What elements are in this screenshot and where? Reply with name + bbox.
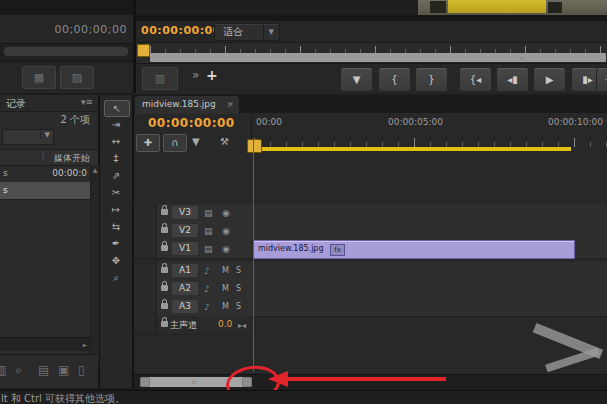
track-name-v3[interactable]: V3 <box>172 206 198 219</box>
program-horizontal-scrollbar[interactable]: ıı <box>150 53 606 62</box>
extract-button[interactable]: ▨ <box>60 66 94 89</box>
speaker-icon[interactable]: ♪ <box>204 283 210 295</box>
step-back-button[interactable]: ◂▮ <box>496 67 529 92</box>
eye-icon[interactable]: ◉ <box>222 243 230 255</box>
scroll-up-arrow[interactable]: ▲ <box>91 166 99 173</box>
filter-dropdown[interactable]: ▼ <box>2 129 54 145</box>
mute-button[interactable]: M <box>222 284 229 293</box>
premiere-app-window: 00;00;00;00 ▦▨ 00:00:00:00 适合 ▼ ıı ▥ » <box>0 0 607 404</box>
track-lane-a2[interactable] <box>251 280 607 299</box>
tools-panel: ↖⇥↔‡⇗✂↦⇆✒✥⌕ <box>100 95 134 388</box>
project-item-list: s00:00:0s <box>0 165 90 205</box>
list-item[interactable]: s00:00:0 <box>0 165 90 183</box>
track-indicator-cell[interactable] <box>134 240 157 258</box>
mute-button[interactable]: M <box>222 266 229 275</box>
new-item-icon[interactable]: ▣ <box>58 363 69 377</box>
program-transport-bar: ▥ » + ▼{}{◂◂▮▶▮▸→} <box>136 63 607 94</box>
lock-icon[interactable] <box>161 285 168 291</box>
source-monitor-panel: 00;00;00;00 ▦▨ <box>0 0 133 93</box>
zoom-level-select[interactable]: 适合 ▼ <box>214 23 280 41</box>
scrollbar-grip: ıı <box>192 379 200 384</box>
panel-menu-icon[interactable]: ▾≡ <box>81 97 93 107</box>
speaker-icon[interactable]: ♪ <box>204 265 210 277</box>
track-header-v2: V2▤◉ <box>134 222 251 241</box>
lock-icon[interactable] <box>161 209 168 215</box>
hand-tool[interactable]: ✥ <box>104 253 128 269</box>
ripple-edit-tool[interactable]: ↔ <box>104 134 128 150</box>
track-indicator-cell[interactable] <box>134 204 157 222</box>
scrollbar-grip[interactable]: ıı <box>520 55 528 60</box>
solo-button[interactable]: S <box>236 266 241 275</box>
pen-tool[interactable]: ✒ <box>104 236 128 252</box>
track-lane-v3[interactable] <box>251 204 607 223</box>
column-header-media-start[interactable]: 媒体开始 <box>54 152 90 165</box>
column-header-row[interactable]: │ 媒体开始 <box>0 149 98 166</box>
project-vertical-scrollbar[interactable]: ▲ ▼ <box>90 165 99 365</box>
add-marker-button[interactable]: ▼ <box>340 67 373 92</box>
track-name-v2[interactable]: V2 <box>172 224 198 237</box>
lock-icon[interactable] <box>161 245 168 251</box>
go-to-in-button[interactable]: {◂ <box>459 67 492 92</box>
mark-in-button[interactable]: { <box>378 67 411 92</box>
list-item[interactable]: s <box>0 182 90 200</box>
source-video-area <box>0 0 133 15</box>
lock-icon[interactable] <box>161 321 168 327</box>
track-name-a1[interactable]: A1 <box>172 264 198 277</box>
track-lane-v2[interactable] <box>251 222 607 241</box>
track-name-a3[interactable]: A3 <box>172 300 198 313</box>
track-name-v1[interactable]: V1 <box>172 242 198 255</box>
slide-tool[interactable]: ⇆ <box>104 219 128 235</box>
razor-tool[interactable]: ✂ <box>104 185 128 201</box>
zoom-tool[interactable]: ⌕ <box>104 270 128 286</box>
lock-icon[interactable] <box>161 267 168 273</box>
track-select-tool[interactable]: ⇥ <box>104 117 128 133</box>
mute-button[interactable]: M <box>222 302 229 311</box>
project-horizontal-scrollbar[interactable]: ► <box>0 337 90 351</box>
track-lane-a1[interactable] <box>251 262 607 281</box>
solo-button[interactable]: S <box>236 302 241 311</box>
zoom-handle-left[interactable] <box>140 377 150 387</box>
timeline-playhead-marker[interactable] <box>247 139 262 153</box>
track-indicator-cell[interactable] <box>134 222 157 240</box>
status-hint-text: lt 和 Ctrl 可获得其他选项。 <box>1 392 125 404</box>
track-indicator-cell[interactable] <box>134 262 157 280</box>
rolling-edit-tool[interactable]: ‡ <box>104 151 128 167</box>
speaker-icon[interactable]: ♪ <box>204 301 210 313</box>
fx-badge[interactable]: fx <box>330 244 345 256</box>
program-timecode: 00:00:00:00 <box>141 24 221 37</box>
master-volume-value[interactable]: 0.0 <box>218 319 232 329</box>
find-icon[interactable]: ⌕ <box>15 363 22 377</box>
mark-out-button[interactable]: } <box>415 67 448 92</box>
track-header-a3: A3♪MS <box>134 298 251 317</box>
lift-button[interactable]: ▦ <box>22 66 56 89</box>
column-divider[interactable]: │ <box>41 151 46 161</box>
filmstrip-icon[interactable]: ▤ <box>204 243 213 255</box>
track-indicator-cell[interactable] <box>134 316 157 334</box>
trash-icon[interactable]: ▯ <box>78 363 85 377</box>
clip-icon[interactable]: ▥ <box>0 363 6 377</box>
scroll-right-arrow[interactable]: ► <box>81 341 89 348</box>
solo-button[interactable]: S <box>236 284 241 293</box>
track-indicator-cell[interactable] <box>134 280 157 298</box>
eye-icon[interactable]: ◉ <box>222 225 230 237</box>
source-zoom-scrollbar[interactable] <box>0 43 133 62</box>
track-name-a2[interactable]: A2 <box>172 282 198 295</box>
timeline-clip[interactable]: midview.185.jpg fx <box>253 240 575 259</box>
play-button[interactable]: ▶ <box>533 67 566 92</box>
lock-icon[interactable] <box>161 303 168 309</box>
filmstrip-icon[interactable]: ▤ <box>204 207 213 219</box>
track-indicator-cell[interactable] <box>134 298 157 316</box>
selection-tool[interactable]: ↖ <box>104 100 130 117</box>
go-to-out-button[interactable]: →} <box>596 67 607 92</box>
source-zoom-scrollbar-thumb[interactable] <box>4 47 128 56</box>
program-playhead[interactable] <box>137 44 150 57</box>
eye-icon[interactable]: ◉ <box>222 207 230 219</box>
bin-folder-icon[interactable]: ▤ <box>38 363 49 377</box>
track-lane-a3[interactable] <box>251 298 607 317</box>
filmstrip-icon[interactable]: ▤ <box>204 225 213 237</box>
status-bar: lt 和 Ctrl 可获得其他选项。 <box>0 390 607 404</box>
lock-icon[interactable] <box>161 227 168 233</box>
slip-tool[interactable]: ↦ <box>104 202 128 218</box>
balance-icon[interactable]: ▸◂ <box>238 320 246 332</box>
rate-stretch-tool[interactable]: ⇗ <box>104 168 128 184</box>
